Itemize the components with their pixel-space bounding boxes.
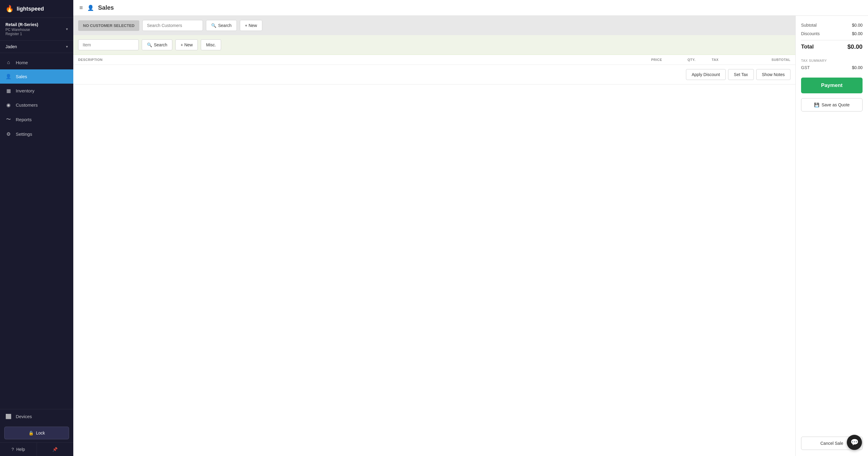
payment-button[interactable]: Payment: [801, 78, 863, 93]
total-value: $0.00: [847, 43, 863, 50]
lock-button[interactable]: 🔒 Lock: [4, 427, 69, 439]
subtotal-value: $0.00: [852, 23, 863, 28]
lock-icon: 🔒: [28, 430, 34, 435]
main-content: ≡ 👤 Sales NO CUSTOMER SELECTED 🔍 Search …: [73, 0, 868, 456]
sidebar-item-label: Settings: [16, 131, 32, 136]
chat-bubble-button[interactable]: 💬: [847, 435, 862, 450]
reports-icon: 〜: [5, 116, 11, 123]
nav-items: ⌂ Home 👤 Sales ▦ Inventory ◉ Customers 〜…: [0, 53, 73, 409]
page-title: Sales: [98, 4, 114, 11]
search-icon: 🔍: [211, 23, 216, 28]
help-icon: ?: [11, 447, 14, 452]
left-panel: NO CUSTOMER SELECTED 🔍 Search + New 🔍 Se…: [73, 16, 795, 456]
sidebar-item-sales[interactable]: 👤 Sales: [0, 69, 73, 84]
show-notes-button[interactable]: Show Notes: [756, 69, 790, 80]
user-name: Jaden: [5, 44, 17, 49]
subtotal-label: Subtotal: [801, 23, 816, 28]
col-subtotal: SUBTOTAL: [748, 58, 790, 61]
customer-search-input[interactable]: [142, 20, 203, 31]
sidebar-item-inventory[interactable]: ▦ Inventory: [0, 84, 73, 98]
discounts-value: $0.00: [852, 31, 863, 36]
devices-label: Devices: [16, 414, 32, 419]
sidebar-item-settings[interactable]: ⚙ Settings: [0, 127, 73, 141]
pin-button[interactable]: 📌: [37, 443, 73, 456]
bottom-bar: ? Help 📌: [0, 443, 73, 456]
sidebar-item-reports[interactable]: 〜 Reports: [0, 112, 73, 127]
customer-new-button[interactable]: + New: [240, 20, 262, 31]
table-header: DESCRIPTION PRICE QTY. TAX SUBTOTAL: [73, 55, 795, 65]
col-price: PRICE: [651, 58, 687, 61]
customer-bar: NO CUSTOMER SELECTED 🔍 Search + New: [73, 16, 795, 35]
total-label: Total: [801, 43, 814, 50]
inventory-icon: ▦: [5, 88, 11, 94]
help-button[interactable]: ? Help: [0, 443, 37, 456]
top-header: ≡ 👤 Sales: [73, 0, 868, 16]
no-customer-button[interactable]: NO CUSTOMER SELECTED: [78, 20, 139, 31]
sidebar-item-devices[interactable]: ⬜ Devices: [0, 409, 73, 424]
store-info: Retail (R-Series) PC Warehouse Register …: [5, 22, 38, 36]
save-quote-button[interactable]: 💾 Save as Quote: [801, 98, 863, 112]
sidebar-item-label: Inventory: [16, 88, 34, 93]
right-panel: Subtotal $0.00 Discounts $0.00 Total $0.…: [795, 16, 868, 456]
gst-row: GST $0.00: [801, 64, 863, 71]
sidebar-item-label: Customers: [16, 102, 38, 108]
item-search-button[interactable]: 🔍 Search: [142, 39, 172, 50]
col-description: DESCRIPTION: [78, 58, 651, 61]
sidebar-item-label: Reports: [16, 117, 32, 122]
tax-summary-title: TAX SUMMARY: [801, 59, 863, 62]
misc-button[interactable]: Misc.: [201, 39, 221, 50]
store-chevron-icon: ▾: [66, 27, 68, 31]
devices-icon: ⬜: [5, 414, 11, 419]
sidebar-item-label: Sales: [16, 74, 27, 79]
sales-icon: 👤: [5, 73, 11, 80]
item-search-input[interactable]: [78, 39, 139, 50]
col-tax: TAX: [712, 58, 748, 61]
item-bar: 🔍 Search + New Misc.: [73, 35, 795, 55]
help-label: Help: [17, 447, 25, 452]
col-qty: QTY.: [687, 58, 712, 61]
sidebar: 🔥 lightspeed Retail (R-Series) PC Wareho…: [0, 0, 73, 456]
discounts-row: Discounts $0.00: [801, 30, 863, 37]
sidebar-item-label: Home: [16, 60, 28, 65]
store-selector[interactable]: Retail (R-Series) PC Warehouse Register …: [0, 18, 73, 40]
store-name: Retail (R-Series): [5, 22, 38, 27]
subtotal-row: Subtotal $0.00: [801, 22, 863, 29]
menu-toggle-button[interactable]: ≡: [79, 4, 83, 11]
gst-value: $0.00: [852, 65, 863, 70]
logo-area: 🔥 lightspeed: [0, 0, 73, 18]
sidebar-item-customers[interactable]: ◉ Customers: [0, 98, 73, 112]
action-row: Apply Discount Set Tax Show Notes: [73, 65, 795, 85]
home-icon: ⌂: [5, 60, 11, 65]
gst-label: GST: [801, 65, 810, 70]
search-icon: 🔍: [147, 42, 152, 47]
items-body: [73, 85, 795, 456]
set-tax-button[interactable]: Set Tax: [728, 69, 753, 80]
apply-discount-button[interactable]: Apply Discount: [686, 69, 726, 80]
lock-label: Lock: [36, 430, 45, 435]
settings-icon: ⚙: [5, 131, 11, 137]
item-new-button[interactable]: + New: [175, 39, 198, 50]
user-chevron-icon: ▾: [66, 44, 68, 49]
store-sub: PC Warehouse Register 1: [5, 28, 38, 36]
total-row: Total $0.00: [801, 40, 863, 53]
customers-icon: ◉: [5, 102, 11, 108]
logo-icon: 🔥: [5, 5, 13, 13]
chat-icon: 💬: [850, 438, 859, 446]
page-person-icon: 👤: [87, 4, 94, 11]
user-selector[interactable]: Jaden ▾: [0, 40, 73, 53]
sidebar-item-home[interactable]: ⌂ Home: [0, 56, 73, 69]
save-icon: 💾: [814, 102, 819, 107]
sales-area: NO CUSTOMER SELECTED 🔍 Search + New 🔍 Se…: [73, 16, 868, 456]
discounts-label: Discounts: [801, 31, 819, 36]
logo-text: lightspeed: [17, 6, 44, 12]
pin-icon: 📌: [52, 447, 58, 452]
customer-search-button[interactable]: 🔍 Search: [206, 20, 237, 31]
